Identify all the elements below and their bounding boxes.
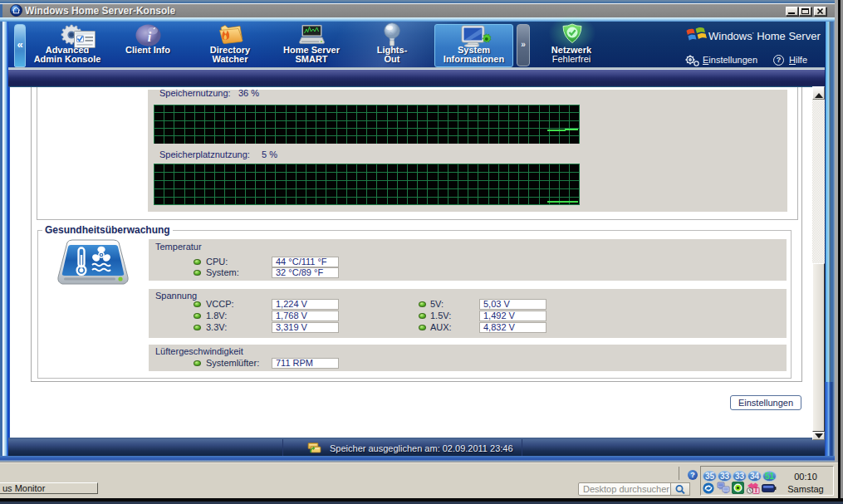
svg-text:i: i [148, 30, 152, 44]
svg-text:T: T [754, 487, 758, 494]
